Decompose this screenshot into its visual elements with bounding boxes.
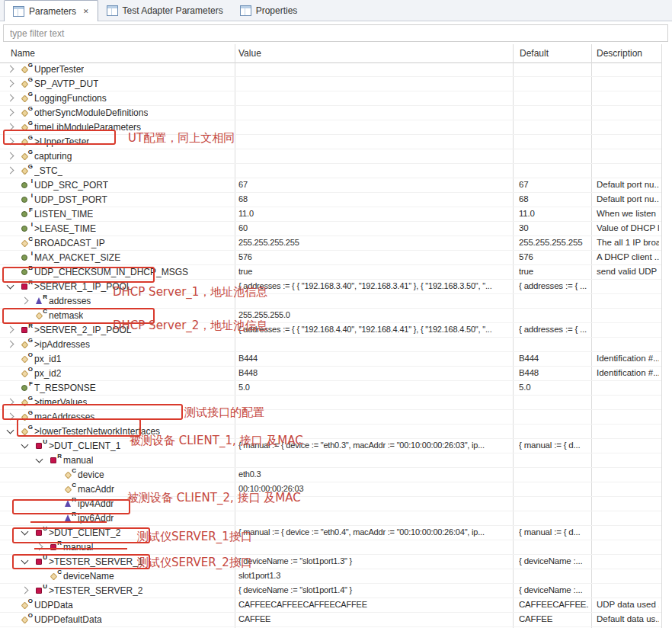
- column-header-name[interactable]: Name: [11, 48, 35, 59]
- table-row[interactable]: Opx_id1B444B444Identification #...: [0, 352, 661, 367]
- table-row[interactable]: R>SERVER_2_IP_POOL{ addresses := { { "19…: [0, 323, 661, 338]
- chevron-collapsed-icon[interactable]: [7, 123, 14, 131]
- table-row[interactable]: Ripv6Addr: [0, 511, 661, 526]
- tab-properties[interactable]: Properties: [232, 0, 306, 21]
- chevron-collapsed-icon[interactable]: [7, 167, 14, 175]
- chevron-expanded-icon[interactable]: [21, 557, 29, 565]
- table-row[interactable]: G_STC_: [0, 164, 661, 178]
- filter-input[interactable]: [3, 24, 668, 42]
- chevron-collapsed-icon[interactable]: [7, 326, 14, 334]
- chevron-collapsed-icon[interactable]: [21, 587, 29, 594]
- table-row[interactable]: Raddresses: [0, 294, 661, 309]
- table-row[interactable]: R>SERVER_1_IP_POOL{ addresses := { { "19…: [0, 280, 661, 294]
- param-description: UDP data used ...: [597, 600, 659, 609]
- table-row[interactable]: FT_RESPONSE5.05.0: [0, 381, 661, 396]
- charstring-icon: C: [50, 572, 60, 581]
- param-value: B444: [238, 354, 510, 363]
- table-row[interactable]: GtimeLibModuleParameters: [0, 120, 661, 135]
- param-description: Default data us...: [597, 614, 659, 623]
- param-name: px_id1: [34, 354, 61, 364]
- chevron-expanded-icon[interactable]: [36, 456, 43, 463]
- param-name: UDPDefaultData: [34, 614, 102, 625]
- table-row[interactable]: CmacAddr00:10:00:00:26:03: [0, 482, 661, 497]
- param-name: _STC_: [34, 165, 62, 176]
- chevron-collapsed-icon[interactable]: [7, 109, 14, 117]
- tab-parameters[interactable]: Parameters✕: [4, 0, 98, 21]
- param-default: B448: [519, 368, 589, 377]
- table-row[interactable]: G>lowerTesterNetworkInterfaces: [0, 425, 661, 439]
- column-header-default[interactable]: Default: [520, 48, 549, 59]
- chevron-collapsed-icon[interactable]: [7, 138, 14, 146]
- octetstring-icon: O: [21, 601, 31, 610]
- table-row[interactable]: CdeviceNameslot1port1.3: [0, 569, 661, 584]
- param-value: 11.0: [238, 209, 510, 218]
- chevron-collapsed-icon[interactable]: [7, 413, 14, 421]
- table-row[interactable]: I>LEASE_TIME6030Value of DHCP l...: [0, 222, 661, 236]
- tab-bar: Parameters✕Test Adapter ParametersProper…: [0, 0, 672, 21]
- table-row[interactable]: Gcapturing: [0, 149, 661, 164]
- chevron-collapsed-icon[interactable]: [7, 66, 14, 73]
- table-row[interactable]: G>ipAddresses: [0, 338, 661, 352]
- chevron-collapsed-icon[interactable]: [7, 152, 14, 160]
- table-row[interactable]: OUDPDataCAFFEECAFFEECAFFEECAFFEECAFFEECA…: [0, 598, 661, 613]
- table-row[interactable]: G>UpperTester: [0, 135, 661, 149]
- chevron-collapsed-icon[interactable]: [21, 297, 29, 305]
- param-value: 5.0: [238, 383, 510, 392]
- column-divider[interactable]: [661, 44, 662, 628]
- table-row[interactable]: GUpperTester: [0, 62, 661, 77]
- column-header-description[interactable]: Description: [597, 48, 642, 59]
- table-row[interactable]: IMAX_PACKET_SIZE576576A DHCP client ...: [0, 251, 661, 265]
- group-icon: G: [21, 94, 31, 103]
- table-row[interactable]: BUDP_CHECKSUM_IN_DHCP_MSGStruetruesend v…: [0, 265, 661, 280]
- table-row[interactable]: U>DUT_CLIENT_1{ manual := { device := "e…: [0, 439, 661, 453]
- param-value: B448: [238, 368, 510, 377]
- union-icon: U: [35, 586, 46, 595]
- table-row[interactable]: GmacAddresses: [0, 410, 661, 425]
- param-description: A DHCP client ...: [597, 252, 659, 261]
- table-row[interactable]: IUDP_DST_PORT6868Default port nu...: [0, 193, 661, 207]
- param-name: >DUT_CLIENT_1: [49, 441, 120, 451]
- tab-test-adapter-parameters[interactable]: Test Adapter Parameters: [98, 0, 232, 21]
- table-row[interactable]: Ripv4Addr: [0, 497, 661, 511]
- param-value: CAFFEECAFFEECAFFEECAFFEE: [238, 600, 510, 609]
- chevron-collapsed-icon[interactable]: [7, 399, 14, 406]
- chevron-collapsed-icon[interactable]: [7, 95, 14, 102]
- chevron-collapsed-icon[interactable]: [7, 341, 14, 348]
- record-icon: R: [21, 325, 31, 335]
- table-row[interactable]: U>DUT_CLIENT_2{ manual := { device := "e…: [0, 526, 661, 540]
- group-icon: G: [21, 427, 31, 436]
- table-row[interactable]: G>timerValues: [0, 396, 661, 410]
- param-description: When we listen ...: [597, 209, 659, 218]
- param-name: UDP_CHECKSUM_IN_DHCP_MSGS: [34, 267, 188, 277]
- chevron-expanded-icon[interactable]: [7, 427, 14, 434]
- table-row[interactable]: Cdeviceeth0.3: [0, 468, 661, 482]
- chevron-expanded-icon[interactable]: [21, 528, 29, 536]
- param-default: CAFFEECAFFEE...: [519, 600, 589, 609]
- param-name: px_id2: [34, 368, 61, 379]
- close-icon[interactable]: ✕: [83, 8, 89, 15]
- chevron-expanded-icon[interactable]: [7, 282, 14, 290]
- table-row[interactable]: Rmanual: [0, 453, 661, 468]
- table-row[interactable]: IUDP_SRC_PORT6767Default port nu...: [0, 178, 661, 193]
- table-row[interactable]: Rmanual: [0, 540, 661, 555]
- table-row[interactable]: CBROADCAST_IP255.255.255.255255.255.255.…: [0, 236, 661, 251]
- param-name: timeLibModuleParameters: [34, 122, 141, 133]
- param-default: 67: [519, 180, 589, 189]
- table-row[interactable]: U>TESTER_SERVER_2{ deviceName := "slot1p…: [0, 584, 661, 598]
- chevron-expanded-icon[interactable]: [21, 441, 29, 449]
- table-row[interactable]: Cnetmask255.255.255.0: [0, 309, 661, 323]
- table-row[interactable]: GotherSyncModuleDefinitions: [0, 106, 661, 120]
- recordof-icon: R: [64, 514, 75, 523]
- table-row[interactable]: FLISTEN_TIME11.011.0When we listen ...: [0, 207, 661, 222]
- table-row[interactable]: Opx_id2B448B448Identification #...: [0, 367, 661, 381]
- table-row[interactable]: OUDPDefaultDataCAFFEECAFFEEDefault data …: [0, 613, 661, 627]
- table-row[interactable]: U>TESTER_SERVER_1{ deviceName := "slot1p…: [0, 555, 661, 569]
- param-name: capturing: [34, 151, 72, 162]
- chevron-collapsed-icon[interactable]: [36, 543, 43, 551]
- chevron-collapsed-icon[interactable]: [7, 80, 14, 88]
- table-row[interactable]: GSP_AVTP_DUT: [0, 77, 661, 91]
- table-icon: [240, 5, 251, 16]
- column-header-value[interactable]: Value: [238, 48, 261, 59]
- table-row[interactable]: GLoggingFunctions: [0, 91, 661, 106]
- recordof-icon: R: [64, 499, 75, 508]
